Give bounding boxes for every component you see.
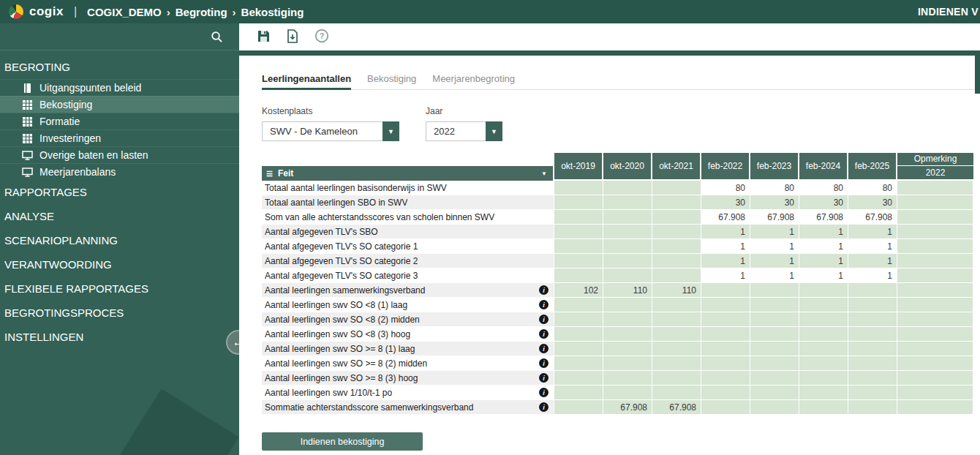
- chevron-down-icon[interactable]: ▼: [382, 121, 399, 141]
- grid-cell-okt-2020[interactable]: [603, 386, 652, 400]
- info-icon[interactable]: i: [539, 315, 549, 324]
- grid-cell-okt-2021[interactable]: [652, 239, 701, 254]
- grid-cell-okt-2021[interactable]: [652, 356, 701, 371]
- grid-cell-feb-2022[interactable]: [701, 400, 750, 415]
- grid-cell-feb-2022[interactable]: [701, 298, 750, 312]
- grid-cell-okt-2019[interactable]: [554, 342, 603, 356]
- grid-cell-feb-2022[interactable]: 80: [701, 181, 750, 195]
- search-icon[interactable]: [211, 31, 223, 43]
- grid-cell-okt-2019[interactable]: [554, 254, 603, 268]
- grid-cell-feb-2022[interactable]: 1: [701, 239, 750, 254]
- opmerking-cell[interactable]: [897, 400, 973, 415]
- opmerking-cell[interactable]: [897, 298, 973, 312]
- vertical-scrollbar-thumb[interactable]: [975, 56, 980, 94]
- jaar-value[interactable]: 2022: [426, 121, 486, 141]
- grid-cell-feb-2022[interactable]: [701, 312, 750, 327]
- info-icon[interactable]: i: [539, 388, 549, 397]
- grid-cell-feb-2025[interactable]: 1: [848, 268, 897, 283]
- grid-cell-feb-2023[interactable]: [750, 327, 799, 342]
- grid-cell-okt-2019[interactable]: [554, 239, 603, 254]
- grid-cell-feb-2025[interactable]: [848, 327, 897, 342]
- grid-cell-okt-2020[interactable]: [603, 298, 652, 312]
- grid-cell-okt-2021[interactable]: 67.908: [652, 400, 701, 415]
- grid-cell-okt-2021[interactable]: [652, 181, 701, 195]
- grid-cell-okt-2020[interactable]: [603, 225, 652, 239]
- grid-cell-feb-2024[interactable]: 1: [799, 239, 848, 254]
- grid-cell-feb-2022[interactable]: 1: [701, 268, 750, 283]
- kostenplaats-value[interactable]: SWV - De Kameleon: [262, 121, 382, 141]
- indienen-action[interactable]: INDIENEN V: [918, 6, 979, 18]
- grid-cell-feb-2025[interactable]: 1: [848, 254, 897, 268]
- grid-cell-okt-2020[interactable]: [603, 210, 652, 225]
- sidebar-section-flexibele-rapportages[interactable]: FLEXIBELE RAPPORTAGES: [0, 277, 239, 301]
- grid-cell-feb-2025[interactable]: 1: [848, 239, 897, 254]
- grid-cell-feb-2022[interactable]: 30: [701, 195, 750, 210]
- grid-cell-feb-2025[interactable]: [848, 298, 897, 312]
- grid-cell-okt-2019[interactable]: [554, 181, 603, 195]
- grid-cell-feb-2024[interactable]: [799, 283, 848, 298]
- grid-cell-feb-2022[interactable]: [701, 386, 750, 400]
- grid-cell-feb-2024[interactable]: [799, 371, 848, 386]
- opmerking-cell[interactable]: [897, 312, 973, 327]
- opmerking-cell[interactable]: [897, 195, 973, 210]
- grid-cell-feb-2022[interactable]: [701, 283, 750, 298]
- grid-cell-okt-2020[interactable]: [603, 342, 652, 356]
- grid-cell-okt-2019[interactable]: [554, 312, 603, 327]
- grid-cell-feb-2023[interactable]: 1: [750, 225, 799, 239]
- jaar-select[interactable]: 2022 ▼: [426, 121, 502, 141]
- sidebar-item-uitgangspunten-beleid[interactable]: Uitgangspunten beleid: [0, 79, 239, 96]
- info-icon[interactable]: i: [539, 358, 549, 368]
- grid-cell-okt-2021[interactable]: [652, 327, 701, 342]
- sidebar-section-begroting[interactable]: BEGROTING: [0, 55, 239, 79]
- grid-cell-feb-2025[interactable]: [848, 371, 897, 386]
- grid-cell-okt-2020[interactable]: [603, 268, 652, 283]
- info-icon[interactable]: i: [539, 285, 549, 295]
- breadcrumb-item-begroting[interactable]: Begroting: [176, 6, 227, 18]
- grid-cell-feb-2024[interactable]: 1: [799, 225, 848, 239]
- info-icon[interactable]: i: [539, 402, 549, 412]
- info-icon[interactable]: i: [539, 300, 549, 309]
- grid-cell-feb-2023[interactable]: [750, 356, 799, 371]
- grid-cell-feb-2025[interactable]: 30: [848, 195, 897, 210]
- grid-cell-okt-2021[interactable]: [652, 371, 701, 386]
- sidebar-item-overige-baten-en-lasten[interactable]: Overige baten en lasten: [0, 146, 239, 163]
- sidebar-section-begrotingsproces[interactable]: BEGROTINGSPROCES: [0, 301, 239, 325]
- grid-cell-okt-2019[interactable]: [554, 386, 603, 400]
- kostenplaats-select[interactable]: SWV - De Kameleon ▼: [262, 121, 399, 141]
- sidebar-search-row[interactable]: [0, 23, 239, 50]
- sidebar-item-meerjarenbalans[interactable]: Meerjarenbalans: [0, 163, 239, 180]
- grid-cell-feb-2023[interactable]: [750, 312, 799, 327]
- grid-cell-okt-2020[interactable]: [603, 371, 652, 386]
- grid-cell-feb-2023[interactable]: 30: [750, 195, 799, 210]
- sidebar-section-instellingen[interactable]: INSTELLINGEN: [0, 325, 239, 349]
- cogix-logo-icon[interactable]: [9, 4, 23, 19]
- chevron-down-icon[interactable]: ▼: [486, 121, 502, 141]
- grid-cell-okt-2020[interactable]: [603, 327, 652, 342]
- grid-cell-feb-2023[interactable]: 1: [750, 239, 799, 254]
- grid-cell-feb-2023[interactable]: [750, 298, 799, 312]
- breadcrumb-item-bekostiging[interactable]: Bekostiging: [241, 6, 304, 18]
- grid-cell-feb-2023[interactable]: [750, 386, 799, 400]
- opmerking-cell[interactable]: [897, 210, 973, 225]
- grid-cell-okt-2020[interactable]: [603, 356, 652, 371]
- grid-cell-okt-2021[interactable]: [652, 225, 701, 239]
- grid-cell-feb-2023[interactable]: 1: [750, 254, 799, 268]
- opmerking-cell[interactable]: [897, 268, 973, 283]
- breadcrumb-item-root[interactable]: COGIX_DEMO: [87, 6, 162, 18]
- grid-cell-okt-2021[interactable]: [652, 312, 701, 327]
- grid-cell-okt-2020[interactable]: [603, 181, 652, 195]
- opmerking-cell[interactable]: [897, 181, 973, 195]
- sidebar-section-analyse[interactable]: ANALYSE: [0, 204, 239, 228]
- grid-cell-feb-2024[interactable]: [799, 342, 848, 356]
- grid-cell-feb-2024[interactable]: 80: [799, 181, 848, 195]
- grid-cell-feb-2022[interactable]: 1: [701, 254, 750, 268]
- grid-cell-okt-2021[interactable]: [652, 210, 701, 225]
- indienen-bekostiging-button[interactable]: Indienen bekostiging: [262, 432, 423, 451]
- sidebar-item-bekostiging[interactable]: Bekostiging: [0, 96, 239, 113]
- opmerking-cell[interactable]: [897, 371, 973, 386]
- grid-cell-okt-2020[interactable]: [603, 254, 652, 268]
- sidebar-item-investeringen[interactable]: Investeringen: [0, 129, 239, 146]
- grid-cell-feb-2025[interactable]: [848, 312, 897, 327]
- grid-cell-feb-2023[interactable]: [750, 283, 799, 298]
- grid-cell-okt-2020[interactable]: 110: [603, 283, 652, 298]
